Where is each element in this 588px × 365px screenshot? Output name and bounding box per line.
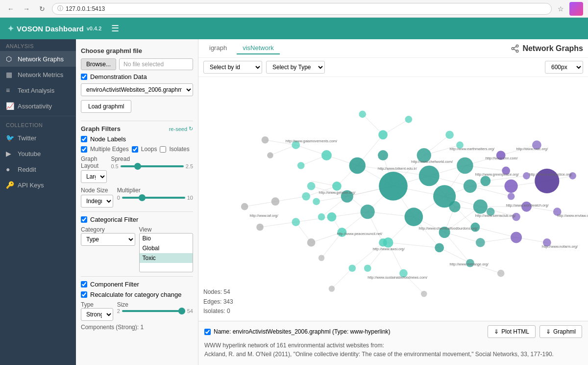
isolates-checkbox[interactable] <box>160 146 166 153</box>
multiple-edges-label[interactable]: Multiple Edges <box>90 146 129 153</box>
svg-point-85 <box>405 208 423 226</box>
demo-data-checkbox[interactable] <box>81 74 87 80</box>
sidebar-item-text-analysis[interactable]: ≡ Text Analysis <box>0 82 76 98</box>
svg-point-2 <box>516 50 519 52</box>
category-select[interactable]: Type <box>81 233 135 246</box>
browse-button[interactable]: Browse... <box>81 58 116 70</box>
bookmark-button[interactable]: ☆ <box>556 4 565 14</box>
info-panel: Name: enviroActivistWebsites_2006.graphm… <box>198 321 588 365</box>
refresh-icon: ↻ <box>189 126 193 132</box>
browser-profile <box>569 2 583 16</box>
svg-text:http://www.peacecouncil.net/: http://www.peacecouncil.net/ <box>337 232 383 236</box>
isolates-label[interactable]: Isolates <box>169 146 189 153</box>
select-by-id[interactable]: Select by id <box>203 61 262 74</box>
node-labels-checkbox[interactable] <box>81 136 87 142</box>
svg-point-86 <box>349 157 366 174</box>
demo-file-select[interactable]: enviroActivistWebsites_2006.graphml <box>81 83 193 96</box>
svg-text:http://www.enn.com/: http://www.enn.com/ <box>486 156 518 160</box>
svg-point-126 <box>271 197 280 206</box>
size-select[interactable]: 600px800px1000px <box>545 61 583 74</box>
main-layout: Analysis ⬡ Network Graphs ▦ Network Metr… <box>0 39 588 365</box>
svg-line-68 <box>332 268 352 289</box>
plot-html-button[interactable]: ⇓ Plot HTML <box>488 325 536 338</box>
info-checkbox[interactable] <box>204 329 211 335</box>
svg-text:http://www.bilkent.edu.tr/: http://www.bilkent.edu.tr/ <box>378 166 417 171</box>
size-min: 2 <box>117 308 120 314</box>
sidebar-item-network-graphs[interactable]: ⬡ Network Graphs <box>0 51 76 67</box>
graphml-button[interactable]: ⇓ Graphml <box>539 325 582 338</box>
graph-layout-select[interactable]: Large Graph LayoutFruchterman-ReingoldKa… <box>81 170 107 183</box>
svg-point-141 <box>348 264 356 272</box>
component-filter-label[interactable]: Component Filter <box>90 281 139 288</box>
sidebar-label-network-metrics: Network Metrics <box>18 71 63 78</box>
list-item[interactable]: Global <box>140 243 193 253</box>
component-filter-checkbox[interactable] <box>81 281 87 287</box>
type-select[interactable]: Strong Weak <box>81 308 113 321</box>
type-col: Type Strong Weak <box>81 301 113 321</box>
back-button[interactable]: ← <box>5 3 17 15</box>
components-label: Components (Strong): 1 <box>81 324 193 331</box>
recalculate-label[interactable]: Recalculate for category change <box>90 291 181 298</box>
svg-point-83 <box>379 172 408 201</box>
multiplier-slider[interactable] <box>122 197 185 199</box>
svg-point-94 <box>378 130 388 139</box>
network-graphs-icon: ⬡ <box>6 55 14 63</box>
share-icon <box>511 44 519 53</box>
menu-icon[interactable]: ☰ <box>111 23 119 34</box>
svg-point-97 <box>464 180 477 193</box>
svg-line-69 <box>260 222 296 227</box>
sidebar-item-youtube[interactable]: ▶ Youtube <box>0 146 76 161</box>
list-item[interactable]: Toxic <box>140 253 193 263</box>
node-labels-label[interactable]: Node Labels <box>90 135 126 143</box>
loops-label[interactable]: Loops <box>141 146 157 153</box>
load-graphml-button[interactable]: Load graphml <box>81 100 131 113</box>
svg-point-133 <box>405 116 413 123</box>
reseed-button[interactable]: re-seed ↻ <box>169 126 193 132</box>
divider-2 <box>81 211 193 212</box>
svg-line-44 <box>444 232 470 263</box>
forward-button[interactable]: → <box>21 3 32 15</box>
app-logo: ✦ VOSON Dashboard v0.4.2 <box>7 24 101 33</box>
download-icon: ⇓ <box>494 328 499 335</box>
info-actions: ⇓ Plot HTML ⇓ Graphml <box>488 325 582 338</box>
recalculate-checkbox[interactable] <box>81 291 87 298</box>
multiplier-slider-container: 0 10 <box>117 195 193 201</box>
spread-slider[interactable] <box>121 165 184 167</box>
tab-igraph[interactable]: igraph <box>203 42 233 54</box>
sidebar-item-reddit[interactable]: ● Reddit <box>0 161 76 177</box>
svg-point-96 <box>449 201 461 212</box>
browser-chrome: ← → ↻ ⓘ 127.0.0.1:5413 ☆ <box>0 0 588 18</box>
svg-point-120 <box>511 232 522 243</box>
categorical-filter-checkbox[interactable] <box>81 216 87 223</box>
cat-filter-row: Categorical Filter <box>81 216 193 223</box>
svg-text:http://www.chemicalfoodburdons: http://www.chemicalfoodburdons.org/ <box>419 226 478 231</box>
graph-filters-header: Graph Filters re-seed ↻ <box>81 125 193 132</box>
svg-point-112 <box>302 192 310 201</box>
sidebar-divider <box>0 116 76 116</box>
svg-text:http://www.greenpeace.org/: http://www.greenpeace.org/ <box>475 172 519 177</box>
size-slider[interactable] <box>122 310 185 312</box>
categorical-filter-label[interactable]: Categorical Filter <box>90 216 138 223</box>
node-labels-row: Node Labels <box>81 135 193 143</box>
demo-data-label[interactable]: Demonstration Data <box>90 73 147 80</box>
svg-line-47 <box>440 248 470 263</box>
sidebar-item-network-metrics[interactable]: ▦ Network Metrics <box>0 67 76 82</box>
select-by-type[interactable]: Select by Type <box>266 61 325 74</box>
choose-file-title: Choose graphml file <box>81 47 193 54</box>
sidebar-item-twitter[interactable]: 🐦 Twitter <box>0 130 76 146</box>
svg-point-102 <box>379 238 387 247</box>
graph-layout-title: Graph Layout <box>81 156 107 169</box>
sidebar-item-api-keys[interactable]: 🔑 API Keys <box>0 177 76 193</box>
list-item[interactable]: Bio <box>140 234 193 243</box>
comp-filter-row: Component Filter <box>81 281 193 288</box>
loops-checkbox[interactable] <box>132 146 138 153</box>
demo-file-row: enviroActivistWebsites_2006.graphml <box>81 83 193 96</box>
sidebar-item-assortativity[interactable]: 📈 Assortativity <box>0 98 76 114</box>
svg-text:http://www.getsom.org/: http://www.getsom.org/ <box>319 190 356 195</box>
tab-visnetwork[interactable]: visNetwork <box>237 42 280 54</box>
reload-button[interactable]: ↻ <box>36 3 48 15</box>
svg-point-108 <box>318 213 325 221</box>
url-bar: ⓘ 127.0.0.1:5413 <box>52 3 552 15</box>
node-size-select[interactable]: IndegreeOutdegreeBetweennessNone <box>81 195 113 208</box>
multiple-edges-checkbox[interactable] <box>81 146 87 153</box>
